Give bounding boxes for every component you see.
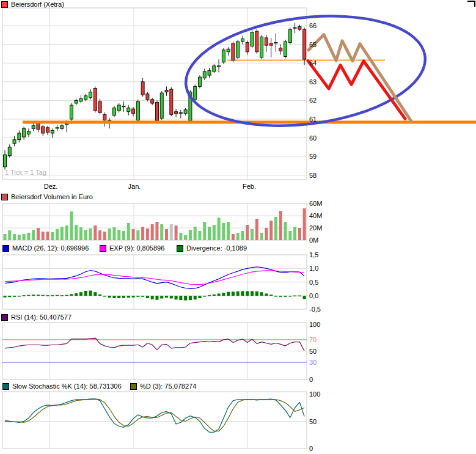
divergence-bar — [293, 296, 296, 297]
stoch-d-legend-item: %D (3): 75,078274 — [130, 383, 196, 390]
volume-bar — [18, 235, 21, 240]
divergence-bar — [284, 296, 287, 297]
volume-bar — [232, 234, 235, 240]
divergence-bar — [146, 296, 149, 298]
candle-body — [70, 105, 73, 119]
candle-body — [203, 71, 206, 78]
candle-body — [265, 38, 268, 45]
volume-bar — [146, 229, 149, 240]
month-axis-label: Feb. — [243, 183, 256, 190]
stoch-k-swatch — [2, 383, 9, 390]
volume-bar — [42, 232, 45, 240]
volume-bar — [203, 222, 206, 240]
candle-body — [65, 124, 68, 125]
month-axis-label: Dez. — [44, 183, 58, 190]
divergence-bar — [141, 296, 144, 297]
divergence-bar — [222, 293, 225, 296]
candle-body — [236, 42, 240, 57]
volume-bar — [179, 233, 182, 240]
exp-series-swatch — [100, 245, 106, 252]
candle-body — [269, 43, 273, 45]
divergence-bar — [51, 295, 54, 296]
stoch-k-value-label: Slow Stochastic %K (14): 58,731306 — [12, 383, 122, 390]
candle-body — [89, 92, 92, 98]
divergence-bar — [194, 296, 197, 299]
rsi-axis-label: 50 — [309, 348, 317, 355]
divergence-bar — [165, 296, 168, 298]
divergence-bar — [218, 293, 221, 296]
candle-body — [4, 155, 7, 167]
tick-unit-note: 1 Tick = 1 Tag — [5, 169, 46, 176]
candle-body — [251, 32, 254, 46]
candle-body — [42, 126, 45, 133]
candle-body — [232, 43, 235, 60]
candle-body — [274, 43, 277, 43]
stoch-axis-label: 50 — [309, 418, 317, 425]
candle-body — [8, 147, 11, 156]
divergence-bar — [255, 291, 258, 296]
price-axis-label: 63 — [309, 78, 317, 86]
rsi-series-swatch — [1, 314, 8, 321]
volume-bar — [37, 228, 40, 240]
divergence-bar — [65, 295, 68, 296]
candle-body — [260, 37, 263, 57]
divergence-bar — [42, 295, 45, 296]
volume-bar — [136, 230, 139, 240]
candle-body — [227, 49, 230, 52]
divergence-value-label: Divergence: -0,1089 — [186, 244, 247, 252]
candle-body — [208, 70, 211, 75]
divergence-legend-item: Divergence: -0,1089 — [177, 244, 247, 252]
volume-bar — [51, 232, 54, 240]
candle-body — [122, 106, 125, 107]
volume-bar — [98, 230, 101, 240]
volume-bar — [108, 229, 111, 240]
month-axis-label: Jan. — [128, 183, 141, 190]
price-axis-label: 64 — [309, 59, 317, 67]
divergence-bar — [98, 295, 101, 296]
volume-bar — [222, 223, 225, 240]
divergence-bar — [170, 296, 173, 298]
price-axis-label: 59 — [309, 153, 317, 160]
macd-series-swatch — [2, 245, 9, 252]
divergence-bar — [93, 292, 97, 296]
stoch-k-line — [5, 399, 304, 432]
stoch-axis-label: 100 — [309, 390, 320, 398]
candle-body — [198, 77, 201, 86]
divergence-bar — [70, 294, 73, 296]
volume-bar — [4, 234, 7, 240]
candle-body — [222, 50, 225, 62]
divergence-bar — [189, 296, 192, 300]
candle-body — [117, 105, 120, 111]
divergence-bar — [108, 296, 111, 298]
volume-bar — [170, 224, 173, 240]
volume-bar — [213, 225, 216, 240]
volume-bar — [127, 223, 130, 240]
volume-bar — [194, 227, 197, 240]
candle-body — [46, 128, 49, 133]
price-axis-label: 61 — [309, 115, 317, 123]
divergence-bar — [288, 296, 291, 297]
divergence-bar — [46, 295, 49, 296]
price-axis-label: 65 — [309, 41, 317, 48]
candle-body — [279, 48, 282, 51]
volume-bar — [93, 225, 97, 240]
candle-body — [98, 101, 101, 112]
candle-body — [32, 126, 35, 129]
volume-bar — [265, 228, 268, 240]
volume-bar — [84, 230, 87, 240]
divergence-bar — [56, 295, 59, 296]
divergence-bar — [75, 293, 78, 296]
volume-bar — [132, 229, 135, 240]
candle-body — [27, 131, 30, 134]
candle-body — [127, 108, 130, 112]
candle-body — [175, 112, 178, 114]
price-axis-label: 62 — [309, 97, 317, 104]
volume-bar — [155, 222, 158, 240]
divergence-bar — [155, 296, 158, 300]
divergence-bar — [246, 291, 249, 296]
candle-body — [170, 89, 173, 114]
candle-body — [84, 96, 87, 100]
candle-body — [194, 86, 197, 99]
stoch-d-value-label: %D (3): 75,078274 — [140, 383, 196, 390]
candle-body — [160, 93, 163, 118]
